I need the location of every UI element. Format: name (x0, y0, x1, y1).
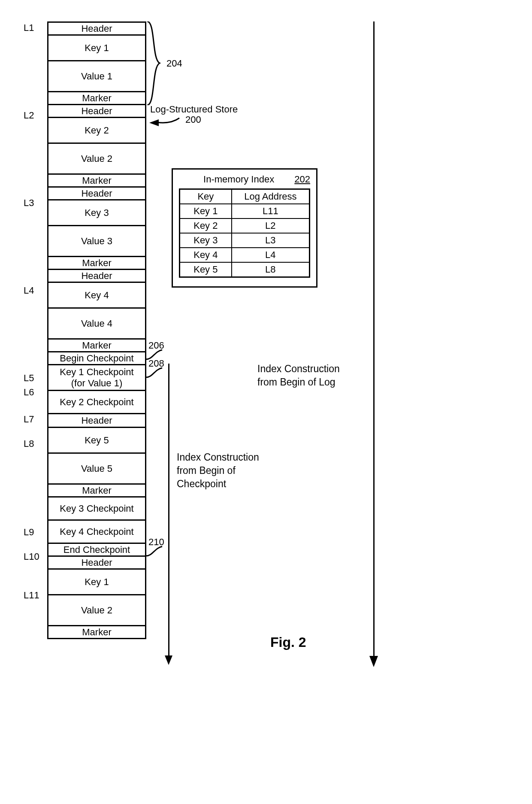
log-store-label: Log-Structured Store (150, 104, 238, 115)
log-address-L1: L1 (24, 22, 45, 33)
log-cell-l8-key: Key 5 (48, 428, 145, 454)
figure-caption: Fig. 2 (270, 634, 306, 650)
log-address-L8: L8 (24, 438, 45, 449)
log-address-L2: L2 (24, 110, 45, 121)
arrow-index-from-checkpoint (168, 364, 169, 656)
ref-210: 210 (148, 537, 164, 548)
log-cell-l2-key: Key 2 (48, 118, 145, 144)
index-cell: Key 3 (180, 233, 232, 248)
log-cell-l5-begin: Begin Checkpoint (48, 352, 145, 365)
log-cell-l6-k1ckpt: Key 1 Checkpoint (for Value 1) (48, 365, 145, 391)
index-row: Key 4L4 (180, 248, 310, 262)
log-address-L3: L3 (24, 197, 45, 209)
index-row: Key 1L11 (180, 204, 310, 218)
log-address-L4: L4 (24, 285, 45, 296)
log-cell-l9-k3ckpt: Key 3 Checkpoint (48, 498, 145, 521)
log-cell-l1-header: Header (48, 23, 145, 36)
log-address-L7: L7 (24, 414, 45, 425)
index-title: In-memory Index (179, 174, 281, 185)
index-cell: L2 (232, 218, 310, 233)
log-cell-l3-header: Header (48, 188, 145, 200)
index-col-addr: Log Address (232, 189, 310, 204)
index-cell: Key 1 (180, 204, 232, 218)
log-structured-store-column: HeaderKey 1Value 1MarkerHeaderKey 2Value… (47, 21, 146, 639)
index-row: Key 3L3 (180, 233, 310, 248)
index-cell: Key 2 (180, 218, 232, 233)
index-cell: L4 (232, 248, 310, 262)
log-cell-l11-key: Key 1 (48, 570, 145, 595)
ref-200: 200 (185, 114, 201, 125)
index-cell: Key 4 (180, 248, 232, 262)
index-cell: Key 5 (180, 262, 232, 277)
label-index-from-checkpoint: Index Construction from Begin of Checkpo… (177, 451, 259, 491)
log-cell-l2-header: Header (48, 105, 145, 118)
curly-brace-204 (146, 21, 163, 105)
arrow-200-head (149, 119, 159, 126)
log-cell-l11-header: Header (48, 557, 145, 570)
arrow-index-from-checkpoint-head (165, 655, 172, 665)
index-cell: L3 (232, 233, 310, 248)
log-cell-l1-key: Key 1 (48, 36, 145, 61)
index-cell: L11 (232, 204, 310, 218)
figure-2: HeaderKey 1Value 1MarkerHeaderKey 2Value… (0, 0, 532, 804)
label-index-from-log: Index Construction from Begin of Log (257, 362, 340, 389)
log-address-L5: L5 (24, 373, 45, 384)
arrow-index-from-log-head (369, 656, 378, 667)
log-cell-l10-k4ckpt: Key 4 Checkpoint (48, 521, 145, 544)
log-cell-l4-marker: Marker (48, 340, 145, 352)
arrow-index-from-log (373, 21, 375, 657)
log-address-L9: L9 (24, 527, 45, 538)
log-cell-l3-key: Key 3 (48, 200, 145, 226)
log-cell-l11-value: Value 2 (48, 595, 145, 626)
ref-204: 204 (166, 58, 182, 69)
log-cell-l2-value: Value 2 (48, 144, 145, 175)
ref-202: 202 (294, 174, 310, 185)
log-cell-l7-k2ckpt: Key 2 Checkpoint (48, 391, 145, 414)
log-address-L6: L6 (24, 387, 45, 398)
log-cell-end-ckpt: End Checkpoint (48, 544, 145, 557)
ref-208: 208 (148, 358, 164, 369)
log-cell-l3-value: Value 3 (48, 226, 145, 257)
ref-206: 206 (148, 340, 164, 351)
index-row: Key 5L8 (180, 262, 310, 277)
log-cell-l1-value: Value 1 (48, 61, 145, 92)
log-address-L10: L10 (24, 551, 45, 562)
log-cell-l4-key: Key 4 (48, 283, 145, 309)
in-memory-index-box: In-memory Index 202 Key Log Address Key … (172, 168, 317, 288)
log-cell-l8-marker: Marker (48, 485, 145, 498)
log-cell-l4-header: Header (48, 270, 145, 283)
log-address-L11: L11 (24, 590, 45, 601)
log-cell-l2-marker: Marker (48, 175, 145, 188)
log-cell-l11-marker: Marker (48, 626, 145, 639)
log-cell-l8-value: Value 5 (48, 454, 145, 485)
index-cell: L8 (232, 262, 310, 277)
index-row: Key 2L2 (180, 218, 310, 233)
index-col-key: Key (180, 189, 232, 204)
log-cell-l3-marker: Marker (48, 257, 145, 270)
log-cell-l8-header: Header (48, 414, 145, 428)
index-title-row: In-memory Index 202 (179, 174, 310, 185)
log-cell-l4-value: Value 4 (48, 309, 145, 340)
log-cell-l1-marker: Marker (48, 92, 145, 105)
index-table: Key Log Address Key 1L11Key 2L2Key 3L3Ke… (179, 188, 310, 278)
